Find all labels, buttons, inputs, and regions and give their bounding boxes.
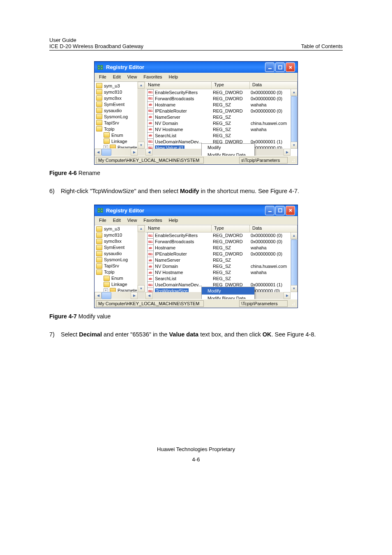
scroll-left-icon[interactable]: ◀ [95, 292, 101, 299]
tree-pane[interactable]: sym_u3symc810symc8xxSymEventsysaudioSysm… [95, 225, 145, 299]
list-row[interactable]: NameServerREG_SZ [145, 114, 297, 120]
scroll-up-icon[interactable]: ▲ [291, 89, 297, 96]
scroll-down-icon[interactable]: ▼ [138, 142, 145, 149]
tree-scrollbar-horizontal[interactable]: ◀ ▶ [95, 148, 138, 156]
resize-grip-icon[interactable] [290, 157, 296, 163]
tree-item[interactable]: TapiSrv [96, 263, 144, 269]
column-type[interactable]: Type [212, 225, 250, 232]
ctx-modify-binary[interactable]: Modify Binary Data [202, 295, 254, 299]
column-name[interactable]: Name [145, 82, 212, 89]
list-scrollbar-vertical[interactable]: ▲ ▼ [291, 89, 297, 149]
maximize-button[interactable] [275, 62, 285, 72]
menu-file[interactable]: File [96, 74, 109, 80]
list-row[interactable]: EnableSecurityFiltersREG_DWORD0x00000000… [145, 233, 297, 239]
list-row[interactable]: ForwardBroadcastsREG_DWORD0x00000000 (0) [145, 95, 297, 101]
scroll-left-icon[interactable]: ◀ [95, 149, 101, 156]
maximize-button[interactable] [275, 206, 285, 215]
titlebar[interactable]: Registry Editor [95, 62, 297, 73]
scroll-up-icon[interactable]: ▲ [138, 225, 145, 232]
menu-help[interactable]: Help [166, 74, 181, 80]
scroll-right-icon[interactable]: ▶ [131, 292, 138, 299]
scroll-down-icon[interactable]: ▼ [291, 142, 297, 149]
list-row[interactable]: NV HostnameREG_SZwahaha [145, 126, 297, 132]
scroll-thumb[interactable] [291, 240, 297, 286]
scroll-thumb[interactable] [101, 292, 111, 299]
tree-item[interactable]: SysmonLog [96, 257, 144, 263]
column-data[interactable]: Data [250, 82, 297, 89]
scroll-down-icon[interactable]: ▼ [291, 285, 297, 292]
tree-item[interactable]: symc8xx [96, 238, 144, 244]
tree-item[interactable]: Tcpip [96, 269, 144, 275]
scroll-down-icon[interactable]: ▼ [138, 285, 145, 292]
context-menu[interactable]: Modify Modify Binary Data Delete Rename [201, 143, 255, 156]
tree-item[interactable]: TapiSrv [96, 120, 144, 126]
scroll-thumb[interactable] [291, 96, 297, 142]
tree-item[interactable]: symc810 [96, 232, 144, 238]
list-row[interactable]: IPEnableRouterREG_DWORD0x00000000 (0) [145, 108, 297, 114]
menu-view[interactable]: View [125, 74, 140, 80]
tree-scrollbar-vertical[interactable]: ▲ ▼ [137, 82, 145, 156]
close-button[interactable] [286, 206, 295, 215]
tree-item[interactable]: Tcpip [96, 126, 144, 132]
list-pane[interactable]: Name Type Data EnableSecurityFiltersREG_… [145, 225, 297, 299]
list-row[interactable]: HostnameREG_SZwahaha [145, 101, 297, 108]
list-pane[interactable]: Name Type Data EnableSecurityFiltersREG_… [145, 82, 297, 156]
list-row[interactable]: NV DomainREG_SZchina.huawei.com [145, 120, 297, 126]
tree-item[interactable]: sysaudio [96, 251, 144, 257]
scroll-left-icon[interactable]: ◀ [145, 292, 152, 299]
ctx-modify[interactable]: Modify [202, 144, 254, 151]
menu-favorites[interactable]: Favorites [141, 74, 165, 80]
scroll-thumb[interactable] [101, 149, 111, 156]
list-row[interactable]: NameServerREG_SZ [145, 257, 297, 263]
minimize-button[interactable] [265, 62, 274, 72]
scroll-right-icon[interactable]: ▶ [284, 292, 291, 299]
list-row[interactable]: NV HostnameREG_SZwahaha [145, 269, 297, 276]
tree-item[interactable]: sym_u3 [96, 226, 144, 232]
scroll-up-icon[interactable]: ▲ [291, 232, 297, 239]
menu-help[interactable]: Help [166, 217, 181, 223]
menu-file[interactable]: File [96, 217, 109, 223]
scroll-right-icon[interactable]: ▶ [284, 149, 291, 156]
folder-icon [96, 89, 102, 94]
ctx-modify-binary[interactable]: Modify Binary Data [202, 151, 254, 156]
tree-item[interactable]: symc8xx [96, 95, 144, 101]
menu-favorites[interactable]: Favorites [141, 217, 165, 223]
list-row[interactable]: HostnameREG_SZwahaha [145, 245, 297, 251]
list-row[interactable]: SearchListREG_SZ [145, 132, 297, 138]
tree-item[interactable]: symc810 [96, 89, 144, 95]
ctx-modify[interactable]: Modify [202, 287, 254, 295]
menu-edit[interactable]: Edit [110, 74, 124, 80]
scroll-right-icon[interactable]: ▶ [131, 149, 138, 156]
list-row[interactable]: EnableSecurityFiltersREG_DWORD0x00000000… [145, 89, 297, 95]
resize-grip-icon[interactable] [290, 301, 296, 306]
tree-scrollbar-vertical[interactable]: ▲ ▼ [137, 225, 145, 299]
list-row[interactable]: ForwardBroadcastsREG_DWORD0x00000000 (0) [145, 239, 297, 245]
column-type[interactable]: Type [212, 82, 250, 89]
string-value-icon [147, 132, 154, 139]
column-name[interactable]: Name [145, 225, 212, 232]
tree-item[interactable]: Linkage [96, 281, 144, 288]
tree-scrollbar-horizontal[interactable]: ◀ ▶ [95, 292, 138, 299]
tree-pane[interactable]: sym_u3symc810symc8xxSymEventsysaudioSysm… [95, 82, 145, 156]
tree-item[interactable]: Enum [96, 132, 144, 138]
list-row[interactable]: IPEnableRouterREG_DWORD0x00000000 (0) [145, 251, 297, 257]
scroll-left-icon[interactable]: ◀ [145, 149, 152, 156]
tree-item[interactable]: SysmonLog [96, 113, 144, 120]
list-row[interactable]: NV DomainREG_SZchina.huawei.com [145, 263, 297, 269]
minimize-button[interactable] [265, 206, 274, 215]
menu-edit[interactable]: Edit [110, 217, 124, 223]
list-scrollbar-vertical[interactable]: ▲ ▼ [291, 232, 297, 292]
tree-item[interactable]: Enum [96, 275, 144, 281]
tree-item[interactable]: sym_u3 [96, 83, 144, 89]
column-data[interactable]: Data [250, 225, 297, 232]
menu-view[interactable]: View [125, 217, 140, 223]
tree-item[interactable]: SymEvent [96, 244, 144, 251]
tree-item[interactable]: SymEvent [96, 101, 144, 107]
close-button[interactable] [286, 62, 295, 72]
context-menu[interactable]: Modify Modify Binary Data Delete Rename [201, 287, 255, 299]
list-row[interactable]: SearchListREG_SZ [145, 276, 297, 282]
scroll-up-icon[interactable]: ▲ [138, 82, 145, 89]
tree-item[interactable]: Linkage [96, 138, 144, 144]
titlebar[interactable]: Registry Editor [95, 205, 297, 216]
tree-item[interactable]: sysaudio [96, 107, 144, 113]
